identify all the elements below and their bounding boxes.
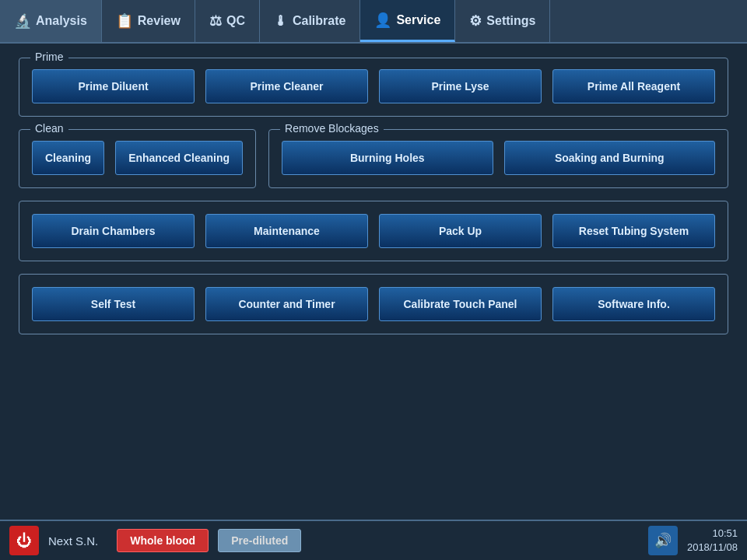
status-bar: ⏻ Next S.N. Whole blood Pre-diluted 🔊 10… xyxy=(0,520,747,560)
volume-button[interactable]: 🔊 xyxy=(648,526,678,555)
blockages-buttons-row: Burning Holes Soaking and Burning xyxy=(282,141,715,175)
nav-qc-label: QC xyxy=(226,14,245,28)
nav-service-label: Service xyxy=(396,13,440,27)
nav-service[interactable]: 👤 Service xyxy=(360,0,455,42)
nav-calibrate-label: Calibrate xyxy=(293,14,345,28)
whole-blood-button[interactable]: Whole blood xyxy=(117,529,209,552)
nav-calibrate[interactable]: 🌡 Calibrate xyxy=(260,0,360,42)
volume-icon: 🔊 xyxy=(654,532,672,549)
prime-diluent-button[interactable]: Prime Diluent xyxy=(32,69,195,103)
prime-buttons-row: Prime Diluent Prime Cleaner Prime Lyse P… xyxy=(32,69,715,103)
misc-row: Drain Chambers Maintenance Pack Up Reset… xyxy=(19,201,728,261)
cleaning-button[interactable]: Cleaning xyxy=(32,141,104,175)
prime-all-reagent-button[interactable]: Prime All Reagent xyxy=(552,69,715,103)
next-sn-label: Next S.N. xyxy=(48,534,98,548)
prime-section-label: Prime xyxy=(30,51,68,63)
review-icon: 📋 xyxy=(116,12,133,30)
power-button[interactable]: ⏻ xyxy=(9,526,39,555)
burning-holes-button[interactable]: Burning Holes xyxy=(282,141,493,175)
prime-section: Prime Prime Diluent Prime Cleaner Prime … xyxy=(19,58,728,117)
enhanced-cleaning-button[interactable]: Enhanced Cleaning xyxy=(115,141,243,175)
nav-bar: 🔬 Analysis 📋 Review ⚖ QC 🌡 Calibrate 👤 S… xyxy=(0,0,747,44)
prime-lyse-button[interactable]: Prime Lyse xyxy=(379,69,542,103)
power-icon: ⏻ xyxy=(16,532,32,550)
calibrate-touch-panel-button[interactable]: Calibrate Touch Panel xyxy=(379,287,542,321)
time-display: 10:51 2018/11/08 xyxy=(687,527,738,555)
clean-blockages-row: Clean Cleaning Enhanced Cleaning Remove … xyxy=(19,129,728,188)
prime-cleaner-button[interactable]: Prime Cleaner xyxy=(205,69,368,103)
nav-analysis-label: Analysis xyxy=(36,14,87,28)
soaking-burning-button[interactable]: Soaking and Burning xyxy=(504,141,715,175)
settings-icon: ⚙ xyxy=(469,12,482,30)
clean-section-label: Clean xyxy=(30,122,68,135)
bottom-row: Self Test Counter and Timer Calibrate To… xyxy=(19,274,728,334)
nav-qc[interactable]: ⚖ QC xyxy=(195,0,260,42)
pack-up-button[interactable]: Pack Up xyxy=(379,214,542,248)
calibrate-icon: 🌡 xyxy=(274,13,288,30)
clean-buttons-row: Cleaning Enhanced Cleaning xyxy=(32,141,243,175)
counter-timer-button[interactable]: Counter and Timer xyxy=(205,287,368,321)
qc-icon: ⚖ xyxy=(209,12,222,30)
reset-tubing-button[interactable]: Reset Tubing System xyxy=(552,214,715,248)
software-info-button[interactable]: Software Info. xyxy=(552,287,715,321)
pre-diluted-button[interactable]: Pre-diluted xyxy=(218,529,301,552)
time-label: 10:51 xyxy=(687,527,738,541)
maintenance-button[interactable]: Maintenance xyxy=(205,214,368,248)
nav-settings-label: Settings xyxy=(486,14,535,28)
nav-analysis[interactable]: 🔬 Analysis xyxy=(0,0,102,42)
nav-review[interactable]: 📋 Review xyxy=(102,0,195,42)
nav-settings[interactable]: ⚙ Settings xyxy=(455,0,550,42)
main-content: Prime Prime Diluent Prime Cleaner Prime … xyxy=(0,44,747,348)
clean-section: Clean Cleaning Enhanced Cleaning xyxy=(19,129,256,188)
drain-chambers-button[interactable]: Drain Chambers xyxy=(32,214,195,248)
remove-blockages-label: Remove Blockages xyxy=(280,122,384,135)
service-icon: 👤 xyxy=(374,12,391,29)
date-label: 2018/11/08 xyxy=(687,541,738,555)
self-test-button[interactable]: Self Test xyxy=(32,287,195,321)
nav-review-label: Review xyxy=(138,14,181,28)
analysis-icon: 🔬 xyxy=(14,12,31,30)
remove-blockages-section: Remove Blockages Burning Holes Soaking a… xyxy=(268,129,728,188)
